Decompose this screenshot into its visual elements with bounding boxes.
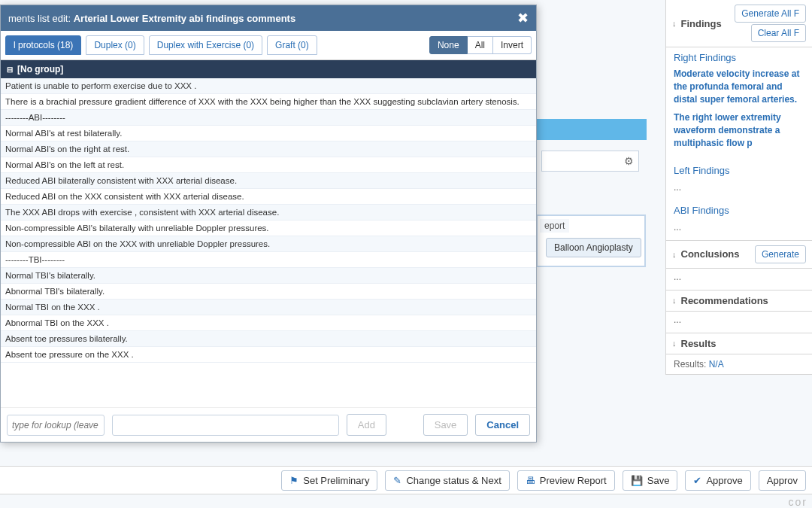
change-status-label: Change status & Next (406, 475, 501, 486)
list-item[interactable]: --------ABI-------- (1, 110, 536, 126)
right-findings-label: Right Findings (666, 47, 812, 66)
collapse-icon: ↓ (672, 19, 677, 28)
findings-header[interactable]: ↓ Findings Generate All F Clear All F (666, 0, 812, 47)
preview-label: Preview Report (540, 475, 607, 486)
list-item[interactable]: Non-compressible ABI's bilaterally with … (1, 221, 536, 236)
seg-invert-button[interactable]: Invert (493, 36, 532, 54)
conclusions-title: Conclusions (681, 248, 740, 260)
results-header[interactable]: ↓ Results (666, 333, 812, 354)
tab-duplex[interactable]: Duplex (0) (86, 35, 144, 55)
group-header[interactable]: ⊟ [No group] (1, 60, 536, 78)
new-item-input[interactable] (112, 415, 339, 436)
recommendations-title: Recommendations (681, 295, 768, 306)
comments-list-edit-modal: ments list edit: Arterial Lower Extremit… (0, 5, 537, 443)
list-item[interactable]: Abnormal TBI on the XXX . (1, 315, 536, 331)
seg-all-button[interactable]: All (468, 36, 493, 54)
findings-panel: ↓ Findings Generate All F Clear All F Ri… (665, 0, 812, 241)
left-findings-label: Left Findings (666, 160, 812, 179)
save-report-button[interactable]: 💾Save (623, 470, 678, 491)
list-item[interactable]: Reduced ABI on the XXX consistent with X… (1, 189, 536, 205)
save-icon: 💾 (631, 475, 643, 486)
conclusions-header[interactable]: ↓ Conclusions Generate (666, 241, 812, 269)
comments-list: Patient is unable to perform exercise du… (1, 78, 536, 397)
approve-label: Approve (706, 475, 742, 486)
balloon-angioplasty-button[interactable]: Balloon Angioplasty (546, 238, 641, 257)
conclusions-panel: ↓ Conclusions Generate ... (665, 241, 812, 291)
recommendations-value[interactable]: ... (666, 312, 812, 333)
results-title: Results (681, 338, 717, 349)
brand-watermark: cor (784, 496, 812, 508)
modal-title-prefix: ments list edit: (8, 13, 74, 24)
tab-graft[interactable]: Graft (0) (267, 35, 317, 55)
list-item[interactable]: Normal TBI's bilaterally. (1, 268, 536, 284)
print-icon: 🖶 (526, 475, 535, 486)
modal-header: ments list edit: Arterial Lower Extremit… (1, 5, 536, 31)
results-line: Results: N/A (666, 354, 812, 374)
recommendations-header[interactable]: ↓ Recommendations (666, 291, 812, 312)
check-icon: ✔ (693, 475, 701, 486)
abi-findings-value[interactable]: ... (666, 219, 812, 240)
pencil-icon: ✎ (393, 475, 401, 486)
results-panel: ↓ Results Results: N/A (665, 333, 812, 375)
right-sidebar: ↓ Findings Generate All F Clear All F Ri… (665, 0, 812, 459)
list-item[interactable]: Absent toe pressures bilaterally. (1, 331, 536, 347)
cancel-button[interactable]: Cancel (475, 414, 530, 436)
modal-footer: Add Save Cancel (1, 407, 536, 442)
collapse-icon: ↓ (672, 296, 677, 305)
set-preliminary-button[interactable]: ⚑Set Preliminary (281, 470, 377, 491)
list-item[interactable]: Patient is unable to perform exercise du… (1, 78, 536, 94)
approve-button[interactable]: ✔Approve (685, 470, 750, 491)
selection-segment: None All Invert (429, 36, 532, 54)
modal-title: ments list edit: Arterial Lower Extremit… (8, 13, 517, 24)
modal-title-name: Arterial Lower Extremity abi findings co… (74, 13, 295, 24)
list-item[interactable]: Normal TBI on the XXX . (1, 300, 536, 315)
tab-duplex-exercise[interactable]: Duplex with Exercise (0) (149, 35, 262, 55)
expand-icon: ⊟ (7, 65, 13, 74)
list-item[interactable]: Normal ABI's on the right at rest. (1, 141, 536, 157)
change-status-button[interactable]: ✎Change status & Next (385, 470, 509, 491)
list-item[interactable]: Abnormal TBI's bilaterally. (1, 284, 536, 300)
group-label: [No group] (17, 64, 63, 75)
right-findings-text-1: Moderate velocity increase at the profun… (666, 66, 812, 110)
preview-report-button[interactable]: 🖶Preview Report (517, 470, 615, 491)
list-item[interactable]: Normal ABI's on the left at rest. (1, 157, 536, 173)
gear-toolbar[interactable]: ⚙ (541, 151, 639, 172)
gear-icon[interactable]: ⚙ (624, 155, 634, 167)
findings-title: Findings (681, 18, 722, 29)
list-item[interactable]: Absent toe pressure on the XXX . (1, 347, 536, 363)
seg-none-button[interactable]: None (429, 36, 468, 54)
conclusions-value[interactable]: ... (666, 269, 812, 290)
clear-all-findings-button[interactable]: Clear All F (751, 24, 806, 42)
report-tab-fragment: eport (540, 219, 569, 233)
right-findings-text-2: The right lower extremity waveform demon… (666, 110, 812, 154)
approve2-label: Approv (767, 475, 798, 486)
abi-findings-label: ABI Findings (666, 200, 812, 219)
collapse-icon: ↓ (672, 339, 677, 348)
save-button[interactable]: Save (423, 414, 468, 436)
recommendations-panel: ↓ Recommendations ... (665, 291, 812, 333)
list-item[interactable]: --------TBI-------- (1, 252, 536, 268)
list-item[interactable]: Normal ABI's at rest bilaterally. (1, 126, 536, 141)
list-item[interactable]: There is a brachial pressure gradient di… (1, 94, 536, 110)
results-value: N/A (709, 359, 724, 370)
list-item[interactable]: The XXX ABI drops with exercise , consis… (1, 205, 536, 221)
generate-all-findings-button[interactable]: Generate All F (735, 5, 806, 23)
close-icon[interactable]: ✖ (517, 10, 529, 26)
left-findings-value[interactable]: ... (666, 179, 812, 200)
approve-2-button[interactable]: Approv (759, 470, 806, 491)
lookup-input[interactable] (7, 415, 105, 436)
flag-icon: ⚑ (289, 475, 298, 486)
collapse-icon: ↓ (672, 250, 677, 259)
list-item[interactable]: Reduced ABI bilaterally consistent with … (1, 173, 536, 189)
set-preliminary-label: Set Preliminary (303, 475, 369, 486)
bottom-toolbar: ⚑Set Preliminary ✎Change status & Next 🖶… (0, 466, 812, 494)
generate-conclusions-button[interactable]: Generate (755, 245, 806, 263)
results-label: Results: (674, 359, 706, 370)
save-label: Save (647, 475, 670, 486)
list-item[interactable]: Non-compressible ABI on the XXX with unr… (1, 236, 536, 252)
add-button[interactable]: Add (347, 414, 386, 436)
modal-tabs: l protocols (18) Duplex (0) Duplex with … (1, 31, 536, 60)
tab-all-protocols[interactable]: l protocols (18) (5, 35, 81, 55)
